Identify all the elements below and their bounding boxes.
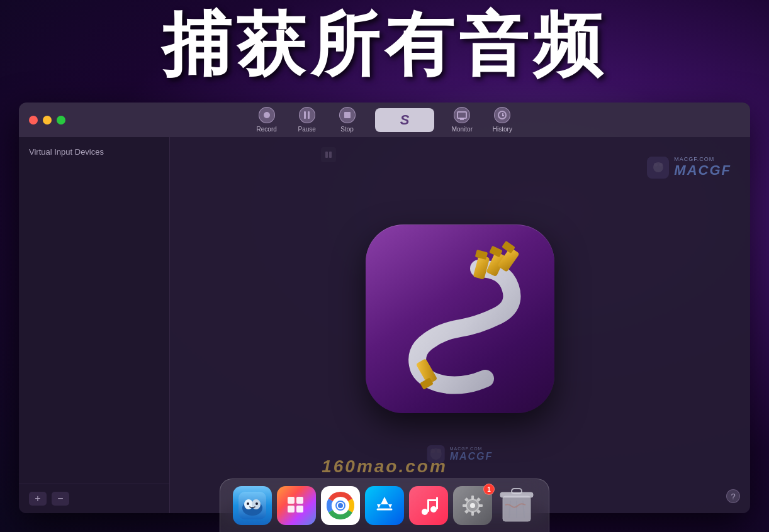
dock-overflow-icon[interactable]	[277, 486, 316, 525]
pause-label: Pause	[298, 126, 315, 133]
record-button[interactable]: Record	[248, 103, 286, 136]
stop-button[interactable]: Stop	[328, 103, 366, 136]
traffic-lights	[29, 116, 65, 125]
watermark-url: MACGF.COM	[674, 156, 731, 162]
stop-icon-bg	[339, 107, 356, 123]
svg-point-35	[422, 509, 428, 515]
dock-trash-icon[interactable]	[497, 486, 536, 525]
svg-point-31	[338, 503, 343, 508]
record-icon	[264, 112, 270, 118]
svg-point-36	[430, 506, 437, 513]
svg-rect-39	[427, 499, 438, 501]
stop-icon	[344, 112, 351, 118]
svg-rect-32	[371, 492, 398, 519]
svg-point-21	[255, 502, 258, 505]
dock-music-icon[interactable]	[409, 486, 448, 525]
svg-rect-26	[296, 506, 303, 513]
watermark-text: MACGF.COM MACGF	[674, 156, 731, 179]
system-preferences-badge: 1	[483, 484, 495, 495]
watermark-top: MACGF.COM MACGF	[647, 156, 731, 179]
monitor-label: Monitor	[452, 126, 473, 133]
record-icon-bg	[259, 107, 275, 123]
svg-rect-8	[475, 250, 488, 260]
dock: 1	[220, 479, 549, 532]
dock-finder-icon[interactable]	[233, 486, 272, 525]
overlay-watermark-text: 160mao.com	[322, 457, 447, 477]
pause-icon-bg	[299, 107, 315, 123]
svg-point-4	[659, 163, 663, 167]
pause-button[interactable]: Pause	[288, 103, 326, 136]
sidebar: Virtual Input Devices + −	[19, 137, 170, 513]
maximize-button[interactable]	[57, 116, 65, 125]
watermark-logo-icon	[647, 157, 669, 179]
record-label: Record	[257, 126, 277, 133]
svg-point-14	[430, 449, 435, 453]
title-bar: Record Pause Stop	[19, 103, 750, 137]
history-label: History	[493, 126, 512, 133]
remove-device-button[interactable]: −	[52, 492, 69, 506]
soundsiphon-logo	[378, 237, 542, 401]
stop-label: Stop	[340, 126, 354, 133]
dock-appstore-icon[interactable]	[365, 486, 404, 525]
app-icon	[366, 224, 554, 413]
svg-rect-22	[283, 492, 310, 519]
svg-point-20	[247, 502, 249, 505]
watermark-name: MACGF	[674, 162, 731, 179]
svg-rect-43	[471, 496, 474, 499]
watermark-bottom-name: MACGF	[450, 451, 493, 462]
monitor-icon-bg	[454, 107, 470, 123]
watermark-bottom-url: MACGF.COM	[450, 446, 493, 451]
svg-rect-38	[436, 497, 438, 509]
history-button[interactable]: History	[483, 103, 521, 136]
svg-rect-45	[463, 504, 466, 507]
center-logo-tab[interactable]: S	[375, 108, 435, 132]
center-logo: S	[400, 112, 410, 128]
history-icon	[498, 111, 507, 119]
toolbar: Record Pause Stop	[29, 103, 740, 136]
svg-rect-23	[288, 497, 295, 504]
add-device-button[interactable]: +	[29, 492, 47, 506]
svg-point-42	[470, 503, 475, 508]
main-content: MACGF.COM MACGF	[170, 137, 750, 513]
history-icon-bg	[494, 107, 510, 123]
dock-chrome-icon[interactable]	[321, 486, 360, 525]
help-button[interactable]: ?	[726, 489, 740, 503]
sidebar-header: Virtual Input Devices	[19, 137, 169, 162]
svg-point-15	[437, 449, 441, 453]
svg-rect-24	[296, 497, 303, 504]
pause-icon	[304, 111, 310, 119]
svg-point-3	[654, 163, 658, 167]
svg-rect-44	[471, 512, 474, 516]
minimize-button[interactable]	[43, 116, 52, 125]
svg-rect-25	[288, 506, 295, 513]
monitor-icon	[457, 111, 467, 119]
close-button[interactable]	[29, 116, 38, 125]
page-title: 捕获所有音频	[0, 6, 769, 82]
sidebar-footer: + −	[19, 484, 169, 513]
watermark-bottom-text: MACGF.COM MACGF	[450, 446, 493, 462]
monitor-button[interactable]: Monitor	[443, 103, 481, 136]
app-icon-container	[366, 224, 554, 413]
svg-rect-46	[479, 504, 483, 507]
watermark-bear-icon	[651, 160, 666, 175]
app-window: Record Pause Stop	[19, 103, 750, 513]
dock-system-preferences-icon[interactable]: 1	[453, 486, 492, 525]
